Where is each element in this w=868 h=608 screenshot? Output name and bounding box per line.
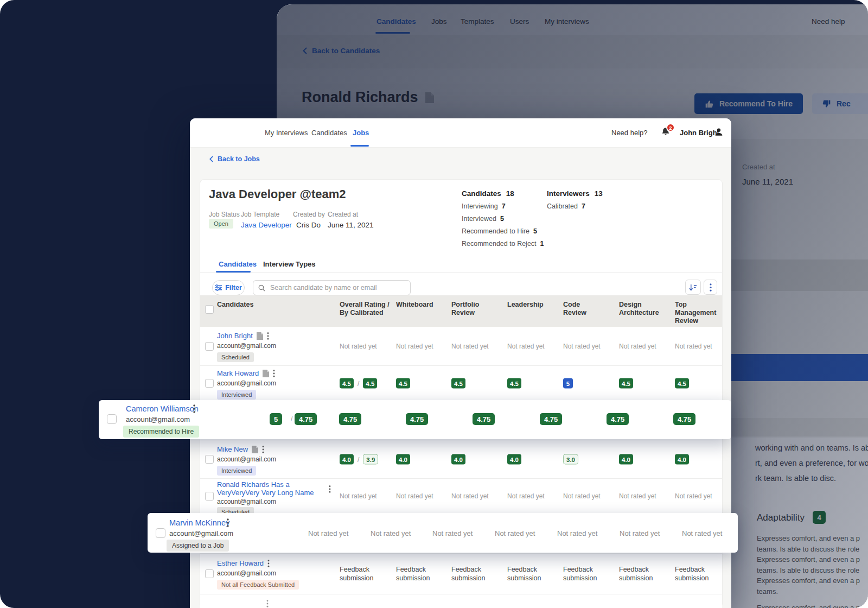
row-kebab-icon[interactable] [267,560,270,567]
created-at-value: June 11, 2021 [328,221,374,229]
sort-button[interactable] [685,280,701,295]
rating-cell: 4.0 [396,454,410,465]
candidate-name-link[interactable]: Cameron Williamson [126,404,199,413]
bg-text-fragment: rt, and even a preference, for working [755,459,868,467]
row-checkbox[interactable] [205,492,214,501]
filter-button[interactable]: Filter [212,280,245,295]
row-kebab-icon[interactable] [273,370,275,377]
candidate-email: account@gmail.com [217,498,328,505]
stats-interviewers-count: 13 [595,189,603,198]
resume-icon[interactable] [252,446,258,453]
rating-cell: Not rated yet [340,492,377,500]
row-checkbox[interactable] [205,342,214,351]
popped-row-marvin: Marvin McKinney account@gmail.com Assign… [148,513,738,553]
rating-cell: 5 [563,378,573,389]
row-checkbox[interactable] [156,528,165,538]
bg-adaptability-score-badge: 4 [813,511,826,524]
candidate-name-link[interactable]: Marvin McKinney [169,518,229,527]
bg-text-fragment: rk team. Is able to disc. [755,474,836,483]
rating-cell: 4.5/4.5 [340,378,377,389]
interviewers-stats: Interviewers13 Calibrated7 [547,189,603,210]
rating-cell: Not rated yet [682,529,722,537]
candidate-name-link[interactable]: Ronald Richards Has a VeryVeryVery Very … [217,480,328,497]
candidate-email: account@gmail.com [217,455,334,463]
rating-cell: Not rated yet [563,343,601,350]
table-menu-button[interactable] [704,280,717,295]
chevron-left-icon [209,156,213,162]
status-badge: Not all Feedback Submitted [217,580,299,590]
candidate-name-link[interactable]: Mark Howard [217,369,259,377]
row-checkbox[interactable] [205,455,214,464]
rating-cell: Not rated yet [451,343,489,350]
card-tab-interview-types[interactable]: Interview Types [263,260,316,268]
rating-cell: Feedback submission [563,565,601,582]
tab-candidates[interactable]: Candidates [311,129,347,137]
candidate-name-link[interactable]: Mike New [217,445,248,453]
search-input[interactable] [269,283,405,292]
resume-icon[interactable] [263,370,269,377]
select-all-checkbox[interactable] [205,305,214,314]
active-tab-underline [350,145,369,147]
rating-badge: 4.75 [473,413,495,425]
bg-adaptability-card: Adaptability 4 Expresses comfort, and ev… [722,509,868,608]
col-leadership: Leadership [507,301,544,309]
tab-jobs[interactable]: Jobs [353,129,369,137]
bg-created-at-value: June 11, 2021 [742,177,793,186]
rating-cell: 4.5 [507,378,521,389]
bg-candidate-name: Ronald Richards [302,89,434,106]
row-kebab-icon[interactable] [267,332,269,340]
rating-cell: 4.5 [619,378,633,389]
rating-cell: 3.0 [563,454,578,465]
card-tab-candidates[interactable]: Candidates [219,260,257,268]
need-help-link[interactable]: Need help? [611,129,648,137]
created-by-label: Created by [293,211,325,218]
user-name[interactable]: John Bright [680,129,719,137]
resume-icon[interactable] [257,332,263,340]
candidate-name-link[interactable]: John Bright [217,332,253,340]
rating-badge: 4.75 [540,413,562,425]
rating-cell: 4.5 [396,378,410,389]
app-stage: Candidates Jobs Templates Users My inter… [0,0,868,608]
status-badge: Interviewed [217,390,256,400]
bg-active-tab-underline [375,32,410,34]
bg-created-at-label: Created at [742,163,775,171]
row-checkbox[interactable] [107,414,117,424]
back-to-jobs-link[interactable]: Back to Jobs [209,155,260,163]
row-kebab-icon[interactable] [262,446,264,453]
row-checkbox[interactable] [205,569,214,578]
stats-candidates-title: Candidates [462,189,501,198]
row-kebab-icon[interactable] [266,600,269,607]
table-row: Mike New account@gmail.com Interviewed 4… [200,440,722,478]
rating-cell: Not rated yet [396,492,433,500]
table-row: Ronald Richards Has a VeryVeryVery Very … [200,478,722,514]
rating-cell: Not rated yet [620,529,660,537]
rating-cell: Not rated yet [451,492,489,500]
job-template-link[interactable]: Java Developer [241,221,292,229]
created-at-label: Created at [328,211,358,218]
table-row: Mark Howard account@gmail.com Interviewe… [200,365,722,401]
rating-badge: 4.75 [295,413,317,425]
rating-cell: Not rated yet [432,529,473,537]
rating-cell: Feedback submission [619,565,657,582]
rating-cell: Not rated yet [371,529,411,537]
bg-adaptability-paragraph: Expresses comfort, and even a p teams. I… [757,533,860,608]
candidate-name-link[interactable]: Esther Howard [217,559,264,567]
table-row-partial [200,594,722,608]
row-kebab-icon[interactable] [329,485,331,493]
tab-my-interviews[interactable]: My Interviews [265,129,308,137]
row-kebab-icon[interactable] [227,518,229,527]
job-status-badge: Open [209,219,233,229]
rating-cell: Not rated yet [308,529,348,537]
status-badge: Interviewed [217,466,256,476]
divider [200,273,722,273]
col-portfolio-review: Portfolio Review [451,301,479,317]
bg-tab-candidates: Candidates [376,17,416,26]
bg-feedback-text-card: working with and on teams. Is able to rt… [722,438,868,509]
thumbs-up-icon [705,99,714,109]
row-kebab-icon[interactable] [193,404,195,413]
row-checkbox[interactable] [205,379,214,388]
rating-cell: 4.0 [619,454,633,465]
user-avatar-icon[interactable] [714,126,724,137]
bg-text-fragment: working with and on teams. Is able to [755,444,868,452]
bg-tab-jobs: Jobs [431,17,447,26]
